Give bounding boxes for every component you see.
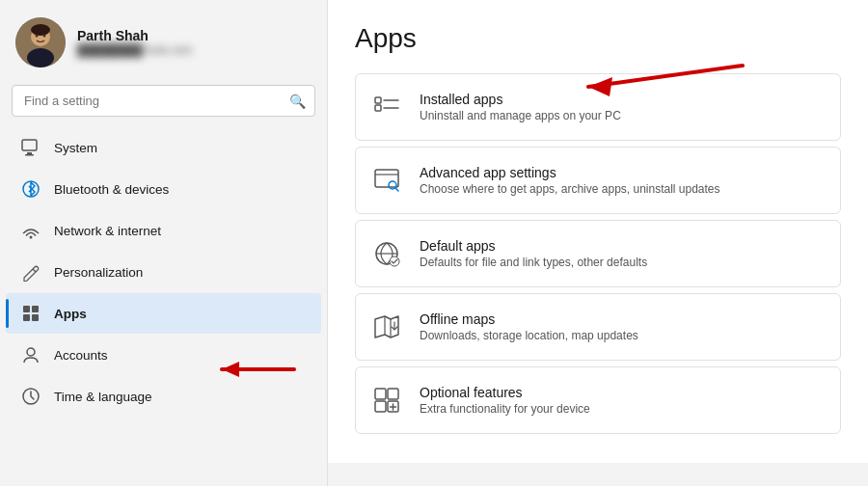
- default-apps-icon: [369, 236, 404, 271]
- sidebar-item-personalization[interactable]: Personalization: [6, 252, 321, 292]
- svg-rect-36: [375, 401, 386, 412]
- svg-rect-34: [375, 389, 386, 399]
- svg-rect-20: [375, 105, 381, 111]
- offline-maps-title: Offline maps: [420, 311, 638, 327]
- network-icon: [21, 221, 41, 240]
- advanced-app-icon: [369, 163, 404, 198]
- svg-point-2: [27, 48, 54, 68]
- personalization-icon: [21, 262, 41, 282]
- installed-apps-title: Installed apps: [420, 92, 621, 107]
- sidebar-item-network-label: Network & internet: [54, 224, 161, 238]
- settings-list: Installed apps Uninstall and manage apps…: [355, 73, 841, 440]
- search-box: 🔍: [12, 85, 315, 117]
- sidebar-item-accounts-label: Accounts: [54, 348, 108, 363]
- sidebar-item-bluetooth[interactable]: Bluetooth & devices: [6, 169, 321, 209]
- user-email: ████████ look.com: [77, 43, 192, 57]
- installed-apps-desc: Uninstall and manage apps on your PC: [420, 109, 621, 122]
- default-apps-item[interactable]: Default apps Defaults for file and link …: [355, 220, 841, 287]
- page-title: Apps: [355, 23, 841, 54]
- svg-point-10: [30, 236, 33, 239]
- avatar: [15, 17, 66, 68]
- svg-rect-13: [23, 314, 30, 321]
- svg-point-4: [36, 35, 39, 38]
- sidebar-item-accounts[interactable]: Accounts: [6, 335, 321, 375]
- installed-apps-text: Installed apps Uninstall and manage apps…: [420, 92, 621, 122]
- offline-maps-item[interactable]: Offline maps Downloads, storage location…: [355, 293, 841, 361]
- default-apps-title: Default apps: [420, 238, 647, 254]
- bluetooth-icon: [21, 179, 41, 199]
- sidebar-item-system[interactable]: System: [6, 127, 321, 168]
- system-icon: [21, 138, 41, 157]
- advanced-app-settings-text: Advanced app settings Choose where to ge…: [420, 165, 720, 196]
- installed-apps-item[interactable]: Installed apps Uninstall and manage apps…: [355, 73, 841, 141]
- optional-features-icon: [369, 383, 404, 418]
- user-profile[interactable]: Parth Shah ████████ look.com: [0, 0, 327, 81]
- offline-maps-desc: Downloads, storage location, map updates: [420, 329, 638, 342]
- sidebar: Parth Shah ████████ look.com 🔍 System: [0, 0, 328, 486]
- svg-rect-35: [388, 389, 398, 399]
- time-language-icon: [21, 387, 41, 406]
- installed-apps-icon: [369, 90, 404, 124]
- sidebar-item-system-label: System: [54, 141, 97, 155]
- advanced-app-settings-item[interactable]: Advanced app settings Choose where to ge…: [355, 147, 841, 214]
- main-wrapper: Apps Installed apps Uninstall and manage…: [328, 0, 868, 486]
- sidebar-item-bluetooth-label: Bluetooth & devices: [54, 182, 169, 197]
- svg-rect-6: [22, 140, 37, 150]
- sidebar-item-time-label: Time & language: [54, 390, 152, 404]
- svg-rect-11: [23, 306, 30, 312]
- advanced-app-settings-desc: Choose where to get apps, archive apps, …: [420, 182, 720, 196]
- apps-icon: [21, 304, 41, 323]
- sidebar-item-personalization-label: Personalization: [54, 265, 143, 280]
- sidebar-item-apps[interactable]: Apps: [6, 293, 321, 334]
- optional-features-title: Optional features: [420, 385, 590, 400]
- sidebar-item-network[interactable]: Network & internet: [6, 210, 321, 251]
- default-apps-text: Default apps Defaults for file and link …: [420, 238, 647, 269]
- nav-list: System Bluetooth & devices Network & int…: [0, 126, 327, 486]
- svg-point-15: [27, 348, 35, 356]
- offline-maps-text: Offline maps Downloads, storage location…: [420, 311, 638, 342]
- default-apps-desc: Defaults for file and link types, other …: [420, 256, 647, 269]
- offline-maps-icon: [369, 310, 404, 344]
- svg-rect-14: [32, 314, 39, 321]
- svg-point-3: [31, 24, 50, 36]
- accounts-icon: [21, 345, 41, 364]
- svg-rect-23: [375, 170, 398, 187]
- sidebar-item-apps-label: Apps: [54, 307, 87, 321]
- user-info: Parth Shah ████████ look.com: [77, 28, 192, 57]
- svg-rect-19: [375, 97, 381, 103]
- advanced-app-settings-title: Advanced app settings: [420, 165, 720, 180]
- user-name: Parth Shah: [77, 28, 192, 43]
- optional-features-text: Optional features Extra functionality fo…: [420, 385, 590, 416]
- svg-rect-8: [25, 154, 34, 156]
- optional-features-item[interactable]: Optional features Extra functionality fo…: [355, 366, 841, 434]
- search-input[interactable]: [12, 85, 315, 117]
- svg-line-26: [395, 188, 398, 191]
- main-content: Apps Installed apps Uninstall and manage…: [328, 0, 868, 463]
- svg-rect-12: [32, 306, 39, 312]
- optional-features-desc: Extra functionality for your device: [420, 402, 590, 416]
- svg-point-5: [43, 35, 46, 38]
- svg-rect-7: [27, 152, 32, 154]
- sidebar-item-time[interactable]: Time & language: [6, 376, 321, 417]
